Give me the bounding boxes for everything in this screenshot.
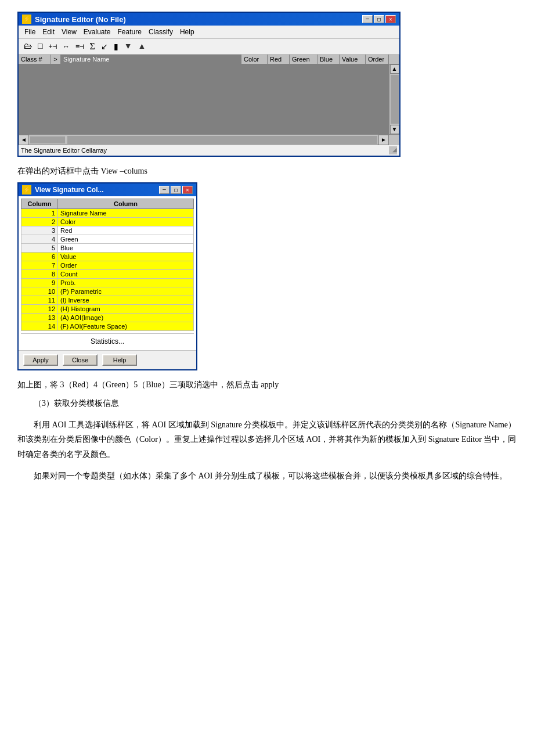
maximize-button[interactable]: □: [374, 15, 384, 23]
menu-classify[interactable]: Classify: [145, 27, 176, 37]
scroll-track-h: [67, 136, 377, 144]
col-num-cell: 2: [21, 218, 58, 226]
view-sig-body: Column Column 1Signature Name2Color3Red4…: [19, 196, 196, 350]
expand-icon[interactable]: ↔: [61, 42, 71, 52]
column-table-body: 1Signature Name2Color3Red4Green5Blue6Val…: [21, 209, 194, 331]
button-row: Apply Close Help: [19, 350, 196, 369]
col-num-cell: 6: [21, 253, 58, 261]
col-num-cell: 9: [21, 279, 58, 287]
col-blue: Blue: [317, 55, 340, 64]
add-col-icon[interactable]: +⊣: [46, 42, 58, 51]
instruction-text-2: 如上图，将 3（Red）4（Green）5（Blue）三项取消选中，然后点击 a…: [17, 380, 517, 390]
col-num-cell: 14: [21, 322, 58, 331]
col-num-cell: 4: [21, 235, 58, 244]
view-sig-title: View Signature Col...: [35, 186, 103, 194]
view-sig-titlebar: ⚡ View Signature Col... ─ □ ✕: [19, 183, 196, 196]
menu-evaluate[interactable]: Evaluate: [80, 27, 114, 37]
menu-view[interactable]: View: [58, 27, 80, 37]
table-row[interactable]: 10(P) Parametric: [21, 287, 194, 296]
signature-table: Class # > Signature Name Color Red Green…: [19, 55, 399, 145]
col-arrow: >: [50, 55, 61, 64]
scroll-left-arrow[interactable]: ◄: [19, 135, 29, 145]
scrollbar-vertical[interactable]: ▲ ▼: [389, 64, 399, 134]
toolbar: 🗁 □ +⊣ ↔ ≡⊣ Σ ↙ ▮ ▼ ▲: [19, 39, 399, 55]
instruction-text-1: 在弹出的对话框中点击 View –colums: [17, 166, 517, 177]
apply-button[interactable]: Apply: [23, 354, 58, 366]
close-button[interactable]: ✕: [385, 15, 396, 23]
view-sig-maximize-button[interactable]: □: [171, 186, 181, 194]
scrollbar-horizontal: ◄ ►: [19, 134, 399, 145]
app-icon: ⚡: [22, 15, 31, 24]
paragraph-2: 如果对同一个专题类型（如水体）采集了多个 AOI 并分别生成了模板，可以将这些模…: [17, 469, 517, 483]
col-name-cell: Prob.: [58, 279, 194, 287]
table-row[interactable]: 9Prob.: [21, 279, 194, 287]
table-row[interactable]: 1Signature Name: [21, 209, 194, 218]
table-row[interactable]: 12(H) Histogram: [21, 305, 194, 314]
view-sig-minimize-button[interactable]: ─: [159, 186, 169, 194]
table-row[interactable]: 2Color: [21, 218, 194, 226]
table-header-row: Column Column: [21, 199, 194, 209]
col-name-cell: Red: [58, 226, 194, 235]
menu-feature[interactable]: Feature: [114, 27, 145, 37]
signature-editor-title: Signature Editor (No File): [35, 15, 126, 24]
close-dialog-button[interactable]: Close: [63, 354, 98, 366]
col-name-cell: Blue: [58, 244, 194, 253]
col-num-cell: 11: [21, 296, 58, 305]
menu-help[interactable]: Help: [176, 27, 198, 37]
sigma-icon[interactable]: Σ: [88, 41, 96, 52]
minimize-button[interactable]: ─: [362, 15, 373, 23]
col-num-cell: 3: [21, 226, 58, 235]
down-triangle-icon[interactable]: ▼: [122, 41, 134, 52]
table-header: Class # > Signature Name Color Red Green…: [19, 55, 399, 64]
scroll-right-arrow[interactable]: ►: [378, 135, 389, 145]
scroll-thumb[interactable]: [391, 75, 399, 124]
column-table: Column Column 1Signature Name2Color3Red4…: [21, 199, 194, 331]
col-red: Red: [268, 55, 290, 64]
col-name-cell: Order: [58, 261, 194, 270]
menu-edit[interactable]: Edit: [39, 27, 58, 37]
new-icon[interactable]: □: [36, 41, 44, 52]
view-sig-close-button[interactable]: ✕: [182, 186, 193, 194]
col-value: Value: [340, 55, 366, 64]
status-bar: The Signature Editor Cellarray ◢: [19, 145, 399, 156]
table-row[interactable]: 14(F) AOI(Feature Space): [21, 322, 194, 331]
open-icon[interactable]: 🗁: [22, 41, 34, 52]
table-row[interactable]: 11(I) Inverse: [21, 296, 194, 305]
scroll-down-arrow[interactable]: ▼: [390, 125, 399, 134]
col-green: Green: [290, 55, 317, 64]
fit-icon[interactable]: ≡⊣: [74, 42, 85, 51]
scroll-up-arrow[interactable]: ▲: [390, 64, 399, 74]
menu-file[interactable]: File: [21, 27, 39, 37]
scroll-corner: [389, 135, 399, 145]
resize-handle[interactable]: ◢: [389, 146, 397, 154]
up-triangle-icon[interactable]: ▲: [136, 41, 148, 52]
col-num-cell: 1: [21, 209, 58, 218]
table-row[interactable]: 6Value: [21, 253, 194, 261]
diagonal-icon[interactable]: ↙: [99, 41, 110, 52]
table-row[interactable]: 13(A) AOI(Image): [21, 314, 194, 322]
col-name-cell: Color: [58, 218, 194, 226]
help-button[interactable]: Help: [102, 354, 137, 366]
col-class: Class #: [19, 55, 50, 64]
statistics-label: Statistics...: [91, 337, 124, 345]
view-sig-app-icon: ⚡: [22, 185, 31, 195]
col-num-cell: 5: [21, 244, 58, 253]
scroll-thumb-h[interactable]: [30, 136, 65, 143]
table-row[interactable]: 4Green: [21, 235, 194, 244]
th-column-name: Column: [58, 199, 194, 209]
col-name-cell: Value: [58, 253, 194, 261]
table-row[interactable]: 3Red: [21, 226, 194, 235]
table-row[interactable]: 8Count: [21, 270, 194, 279]
table-row[interactable]: 7Order: [21, 261, 194, 270]
status-text: The Signature Editor Cellarray: [21, 147, 389, 154]
section-3-heading: （3）获取分类模板信息: [34, 396, 517, 411]
col-name-cell: (P) Parametric: [58, 287, 194, 296]
col-order: Order: [366, 55, 389, 64]
table-row[interactable]: 5Blue: [21, 244, 194, 253]
bar-chart-icon[interactable]: ▮: [112, 41, 120, 52]
col-scroll-spacer: [389, 55, 399, 64]
view-signature-col-window: ⚡ View Signature Col... ─ □ ✕ Column Col…: [17, 182, 197, 370]
signature-editor-window: ⚡ Signature Editor (No File) ─ □ ✕ File …: [17, 12, 400, 157]
col-num-cell: 12: [21, 305, 58, 314]
col-signature-name: Signature Name: [61, 55, 241, 64]
